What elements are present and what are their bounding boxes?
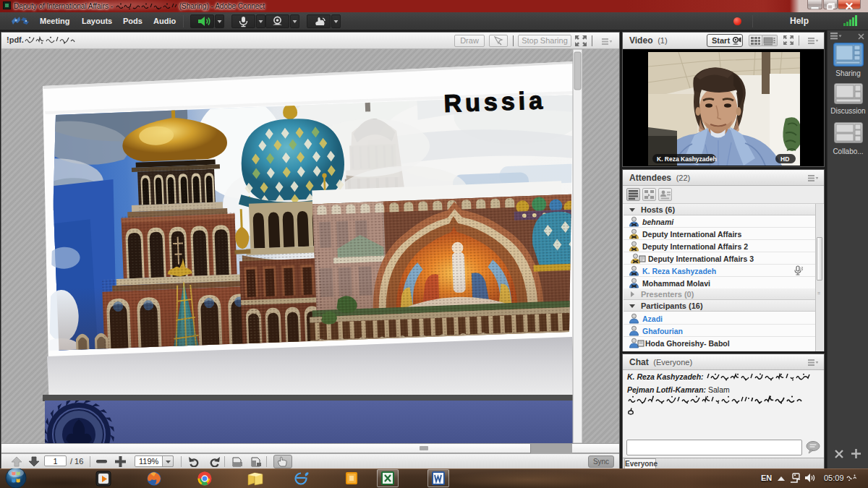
- svg-text:K. Reza Kashyzadeh: K. Reza Kashyzadeh: [657, 155, 717, 163]
- svg-text:HD: HD: [780, 155, 789, 163]
- svg-text:Russia: Russia: [443, 86, 547, 117]
